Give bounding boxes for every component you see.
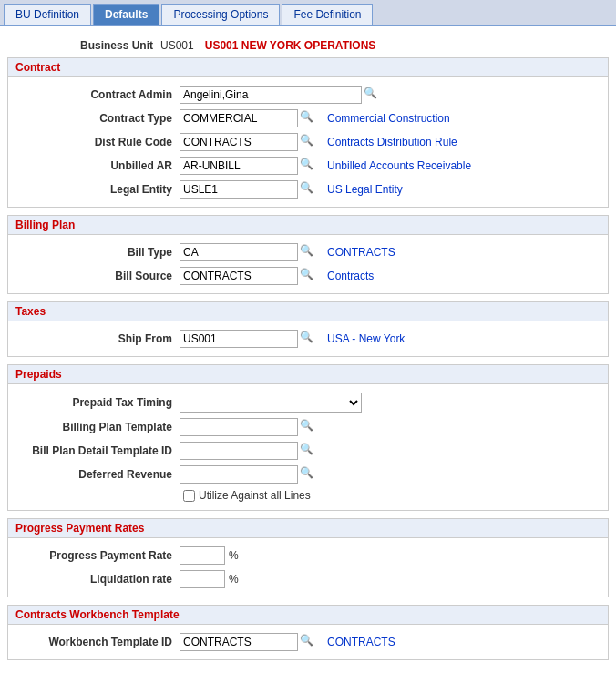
progress-payment-rate-input[interactable] [180, 546, 225, 565]
progress-payment-percent: % [229, 549, 239, 562]
tab-defaults[interactable]: Defaults [93, 4, 159, 25]
unbilled-ar-link[interactable]: Unbilled Accounts Receivable [327, 159, 471, 172]
utilize-row: Utilize Against all Lines [8, 486, 608, 505]
unbilled-ar-row: Unbilled AR Unbilled Accounts Receivable [8, 154, 608, 178]
deferred-revenue-input[interactable] [180, 465, 298, 484]
legal-entity-search-icon[interactable] [300, 181, 316, 198]
liquidation-rate-percent: % [229, 573, 239, 586]
business-unit-row: Business Unit US001 US001 NEW YORK OPERA… [7, 34, 609, 57]
contract-section-body: Contract Admin Contract Type Commercial … [8, 77, 608, 207]
workbench-template-id-input[interactable] [180, 633, 298, 651]
legal-entity-link[interactable]: US Legal Entity [327, 183, 403, 196]
bu-value: US001 [160, 39, 194, 52]
progress-payment-section-body: Progress Payment Rate % Liquidation rate… [8, 538, 608, 597]
workbench-template-section-header: Contracts Workbench Template [8, 606, 608, 625]
progress-payment-rate-row: Progress Payment Rate % [8, 544, 608, 567]
workbench-template-id-row: Workbench Template ID CONTRACTS [8, 630, 608, 654]
dist-rule-code-row: Dist Rule Code Contracts Distribution Ru… [8, 130, 608, 154]
workbench-template-section-body: Workbench Template ID CONTRACTS [8, 625, 608, 659]
billing-plan-template-input[interactable] [180, 418, 298, 436]
tab-bar: BU Definition Defaults Processing Option… [0, 0, 616, 26]
bill-plan-detail-row: Bill Plan Detail Template ID [8, 439, 608, 463]
ship-from-label: Ship From [15, 332, 180, 345]
contract-admin-label: Contract Admin [15, 88, 180, 101]
workbench-template-id-label: Workbench Template ID [15, 636, 180, 648]
legal-entity-label: Legal Entity [15, 183, 180, 196]
workbench-template-section: Contracts Workbench Template Workbench T… [7, 605, 609, 660]
progress-payment-section: Progress Payment Rates Progress Payment … [7, 518, 609, 597]
bu-label: Business Unit [80, 39, 153, 52]
contract-admin-row: Contract Admin [8, 83, 608, 107]
bill-type-input[interactable] [180, 243, 298, 261]
page-content: Business Unit US001 US001 NEW YORK OPERA… [0, 26, 616, 673]
prepaid-tax-timing-row: Prepaid Tax Timing [8, 390, 608, 415]
bill-source-search-icon[interactable] [300, 268, 316, 284]
bill-type-label: Bill Type [15, 246, 180, 259]
dist-rule-code-label: Dist Rule Code [15, 136, 180, 148]
dist-rule-code-input[interactable] [180, 133, 298, 151]
billing-plan-section-body: Bill Type CONTRACTS Bill Source Contract… [8, 235, 608, 293]
bill-source-row: Bill Source Contracts [8, 264, 608, 288]
prepaid-tax-timing-label: Prepaid Tax Timing [15, 396, 180, 409]
taxes-section-header: Taxes [8, 302, 608, 321]
billing-plan-template-row: Billing Plan Template [8, 415, 608, 439]
bu-name: US001 NEW YORK OPERATIONS [205, 39, 376, 52]
contract-type-link[interactable]: Commercial Construction [327, 112, 450, 125]
dist-rule-code-search-icon[interactable] [300, 134, 316, 150]
liquidation-rate-row: Liquidation rate % [8, 567, 608, 591]
contract-section-header: Contract [8, 58, 608, 77]
ship-from-row: Ship From USA - New York [8, 327, 608, 351]
bill-type-link[interactable]: CONTRACTS [327, 246, 395, 259]
workbench-template-id-search-icon[interactable] [300, 634, 316, 650]
tab-fee-definition[interactable]: Fee Definition [282, 4, 373, 25]
utilize-label: Utilize Against all Lines [199, 489, 311, 502]
unbilled-ar-label: Unbilled AR [15, 159, 180, 172]
progress-payment-section-header: Progress Payment Rates [8, 519, 608, 538]
billing-plan-section-header: Billing Plan [8, 216, 608, 235]
bill-type-row: Bill Type CONTRACTS [8, 240, 608, 264]
contract-admin-input[interactable] [180, 86, 362, 104]
taxes-section: Taxes Ship From USA - New York [7, 301, 609, 357]
tab-bu-definition[interactable]: BU Definition [4, 4, 91, 25]
prepaids-section-body: Prepaid Tax Timing Billing Plan Template… [8, 384, 608, 510]
billing-plan-template-label: Billing Plan Template [15, 421, 180, 433]
deferred-revenue-search-icon[interactable] [300, 466, 316, 483]
deferred-revenue-row: Deferred Revenue [8, 463, 608, 486]
bill-plan-detail-input[interactable] [180, 442, 298, 460]
tab-processing-options[interactable]: Processing Options [161, 4, 280, 25]
prepaids-section-header: Prepaids [8, 365, 608, 384]
bill-plan-detail-search-icon[interactable] [300, 443, 316, 459]
contract-type-input[interactable] [180, 109, 298, 127]
unbilled-ar-search-icon[interactable] [300, 158, 316, 174]
bill-plan-detail-label: Bill Plan Detail Template ID [15, 444, 180, 457]
unbilled-ar-input[interactable] [180, 157, 298, 175]
dist-rule-code-link[interactable]: Contracts Distribution Rule [327, 136, 457, 148]
contract-type-search-icon[interactable] [300, 110, 316, 127]
contract-type-row: Contract Type Commercial Construction [8, 107, 608, 130]
deferred-revenue-label: Deferred Revenue [15, 468, 180, 481]
contract-type-label: Contract Type [15, 112, 180, 125]
progress-payment-rate-label: Progress Payment Rate [15, 549, 180, 562]
bill-type-search-icon[interactable] [300, 244, 316, 260]
billing-plan-section: Billing Plan Bill Type CONTRACTS Bill So… [7, 215, 609, 294]
liquidation-rate-label: Liquidation rate [15, 573, 180, 586]
legal-entity-input[interactable] [180, 180, 298, 199]
tabs-container: BU Definition Defaults Processing Option… [0, 0, 616, 26]
ship-from-input[interactable] [180, 330, 298, 348]
bill-source-link[interactable]: Contracts [327, 270, 374, 282]
contract-admin-search-icon[interactable] [364, 87, 380, 103]
liquidation-rate-input[interactable] [180, 570, 225, 588]
ship-from-search-icon[interactable] [300, 331, 316, 347]
taxes-section-body: Ship From USA - New York [8, 321, 608, 356]
contract-section: Contract Contract Admin Contract Type Co… [7, 57, 609, 208]
prepaid-tax-timing-select[interactable] [180, 393, 362, 413]
bill-source-label: Bill Source [15, 270, 180, 282]
bill-source-input[interactable] [180, 267, 298, 285]
billing-plan-template-search-icon[interactable] [300, 419, 316, 435]
utilize-checkbox[interactable] [183, 490, 195, 502]
legal-entity-row: Legal Entity US Legal Entity [8, 178, 608, 201]
workbench-template-link[interactable]: CONTRACTS [327, 636, 395, 648]
prepaids-section: Prepaids Prepaid Tax Timing Billing Plan… [7, 364, 609, 511]
ship-from-link[interactable]: USA - New York [327, 332, 405, 345]
